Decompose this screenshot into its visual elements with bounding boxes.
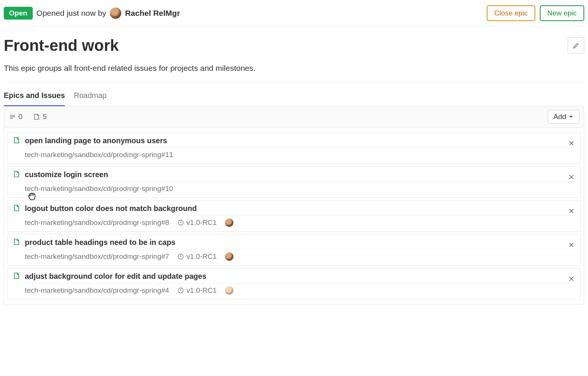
issue-top: product table headings need to be in cap… xyxy=(13,238,575,247)
milestone-label: v1.0-RC1 xyxy=(186,219,216,227)
chevron-down-icon xyxy=(568,114,574,119)
close-epic-button[interactable]: Close epic xyxy=(487,5,535,21)
author-name[interactable]: Rachel RelMgr xyxy=(125,9,180,18)
issue-milestone[interactable]: v1.0-RC1 xyxy=(177,252,216,261)
remove-issue-button[interactable] xyxy=(567,240,576,249)
issue-card[interactable]: adjust background color for edit and upd… xyxy=(7,268,581,300)
header-left: Open Opened just now by Rachel RelMgr xyxy=(4,7,180,20)
tab-epics-issues[interactable]: Epics and Issues xyxy=(4,91,65,106)
remove-issue-button[interactable] xyxy=(567,173,576,182)
issue-top: customize login screen xyxy=(13,170,575,179)
issue-top: logout button color does not match backg… xyxy=(13,204,575,213)
add-button[interactable]: Add xyxy=(548,110,579,124)
remove-issue-button[interactable] xyxy=(567,274,576,283)
issue-meta-row: tech-marketing/sandbox/cd/prodmgr-spring… xyxy=(25,147,575,159)
header-actions: Close epic New epic xyxy=(487,5,584,21)
issue-title[interactable]: open landing page to anonymous users xyxy=(25,136,167,145)
issue-title[interactable]: adjust background color for edit and upd… xyxy=(25,272,206,281)
issue-title[interactable]: product table headings need to be in cap… xyxy=(25,238,175,247)
list-header: 0 5 Add xyxy=(4,106,584,128)
issue-meta-row: tech-marketing/sandbox/cd/prodmgr-spring… xyxy=(25,181,575,193)
epics-count-value: 0 xyxy=(18,113,23,121)
issue-title[interactable]: logout button color does not match backg… xyxy=(25,204,197,213)
title-row: Front-end work xyxy=(4,27,584,58)
issue-ref[interactable]: tech-marketing/sandbox/cd/prodmgr-spring… xyxy=(25,252,169,261)
issue-ref[interactable]: tech-marketing/sandbox/cd/prodmgr-spring… xyxy=(25,185,173,193)
issue-ref[interactable]: tech-marketing/sandbox/cd/prodmgr-spring… xyxy=(25,151,173,159)
close-icon xyxy=(568,241,575,248)
close-icon xyxy=(568,174,575,180)
clock-icon xyxy=(177,287,184,294)
milestone-label: v1.0-RC1 xyxy=(186,286,216,295)
issue-open-icon xyxy=(13,170,20,179)
issue-open-icon xyxy=(13,238,20,247)
milestone-label: v1.0-RC1 xyxy=(186,252,216,261)
issue-meta-row: tech-marketing/sandbox/cd/prodmgr-spring… xyxy=(25,215,575,227)
epic-header: Open Opened just now by Rachel RelMgr Cl… xyxy=(4,4,584,27)
new-epic-button[interactable]: New epic xyxy=(540,5,584,21)
issue-list: open landing page to anonymous userstech… xyxy=(4,128,584,304)
issue-icon xyxy=(33,113,41,121)
epic-title: Front-end work xyxy=(4,37,119,55)
remove-issue-button[interactable] xyxy=(567,206,576,216)
issue-card[interactable]: customize login screentech-marketing/san… xyxy=(7,166,581,198)
epics-count: 0 xyxy=(9,113,23,121)
tab-roadmap[interactable]: Roadmap xyxy=(74,91,107,106)
issue-card[interactable]: product table headings need to be in cap… xyxy=(7,234,581,266)
close-icon xyxy=(568,208,575,214)
assignee-avatar[interactable] xyxy=(225,219,233,227)
opened-text: Opened just now by xyxy=(37,9,107,18)
issues-count-value: 5 xyxy=(43,113,47,121)
close-icon xyxy=(568,275,575,282)
issue-ref[interactable]: tech-marketing/sandbox/cd/prodmgr-spring… xyxy=(25,286,169,295)
issue-title[interactable]: customize login screen xyxy=(25,170,108,179)
issue-open-icon xyxy=(13,136,20,145)
assignee-avatar[interactable] xyxy=(225,286,233,295)
issue-open-icon xyxy=(13,272,20,281)
counts: 0 5 xyxy=(9,113,47,121)
issue-card[interactable]: logout button color does not match backg… xyxy=(7,200,581,232)
issue-ref[interactable]: tech-marketing/sandbox/cd/prodmgr-spring… xyxy=(25,219,169,227)
issue-meta-row: tech-marketing/sandbox/cd/prodmgr-spring… xyxy=(25,249,575,261)
issue-milestone[interactable]: v1.0-RC1 xyxy=(177,286,216,295)
epic-icon xyxy=(9,113,16,121)
issues-count: 5 xyxy=(33,113,47,121)
remove-issue-button[interactable] xyxy=(567,139,576,148)
issue-open-icon xyxy=(13,204,20,213)
clock-icon xyxy=(177,253,184,260)
issue-milestone[interactable]: v1.0-RC1 xyxy=(177,219,216,227)
issue-meta-row: tech-marketing/sandbox/cd/prodmgr-spring… xyxy=(25,283,575,295)
issue-top: adjust background color for edit and upd… xyxy=(13,272,575,281)
add-button-label: Add xyxy=(553,113,566,121)
epic-description: This epic groups all front-end related i… xyxy=(4,58,584,83)
pencil-icon xyxy=(572,42,580,49)
edit-title-button[interactable] xyxy=(568,37,584,54)
issue-top: open landing page to anonymous users xyxy=(13,136,575,145)
issue-card[interactable]: open landing page to anonymous userstech… xyxy=(7,132,581,164)
close-icon xyxy=(568,140,575,147)
clock-icon xyxy=(177,219,184,226)
status-badge: Open xyxy=(4,7,33,20)
author-avatar[interactable] xyxy=(110,8,121,19)
tabs: Epics and Issues Roadmap xyxy=(4,83,584,106)
assignee-avatar[interactable] xyxy=(225,252,233,261)
